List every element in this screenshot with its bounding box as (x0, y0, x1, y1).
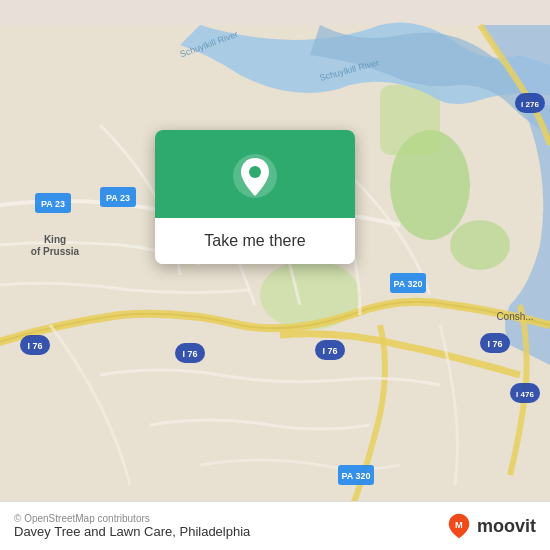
location-pin-icon (231, 152, 279, 200)
svg-text:I 76: I 76 (322, 346, 337, 356)
svg-text:PA 23: PA 23 (106, 193, 130, 203)
svg-text:I 276: I 276 (521, 100, 539, 109)
location-label: Davey Tree and Lawn Care, Philadelphia (14, 524, 250, 539)
svg-text:of Prussia: of Prussia (31, 246, 80, 257)
svg-text:King: King (44, 234, 66, 245)
svg-text:I 76: I 76 (487, 339, 502, 349)
popup-card: Take me there (155, 130, 355, 264)
svg-point-31 (249, 166, 261, 178)
svg-text:Consh...: Consh... (496, 311, 533, 322)
moovit-logo: M moovit (445, 512, 536, 540)
bottom-left-info: © OpenStreetMap contributors Davey Tree … (14, 513, 250, 539)
take-me-there-button[interactable]: Take me there (155, 218, 355, 264)
svg-text:I 76: I 76 (182, 349, 197, 359)
svg-text:M: M (455, 520, 463, 530)
bottom-bar: © OpenStreetMap contributors Davey Tree … (0, 501, 550, 550)
svg-text:I 76: I 76 (27, 341, 42, 351)
map-background: PA 23 PA 23 I 76 I 76 I 76 I 76 I 276 I … (0, 0, 550, 550)
copyright-text: © OpenStreetMap contributors (14, 513, 250, 524)
svg-text:I 476: I 476 (516, 390, 534, 399)
moovit-icon: M (445, 512, 473, 540)
svg-text:PA 23: PA 23 (41, 199, 65, 209)
map-container: PA 23 PA 23 I 76 I 76 I 76 I 76 I 276 I … (0, 0, 550, 550)
svg-text:PA 320: PA 320 (393, 279, 422, 289)
popup-icon-area (155, 130, 355, 218)
svg-text:PA 320: PA 320 (341, 471, 370, 481)
moovit-brand-text: moovit (477, 516, 536, 537)
svg-point-3 (450, 220, 510, 270)
